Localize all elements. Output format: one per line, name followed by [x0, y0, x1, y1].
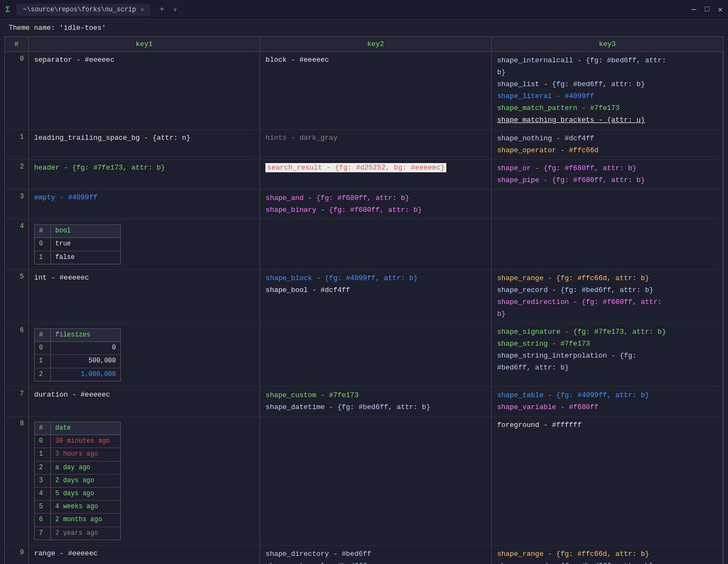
date-mini-table: # date 0 30 minutes ago 1 3 hours ago 2 … — [34, 422, 121, 540]
col-key2: key2 — [260, 37, 491, 51]
cell-0-k2-text: block - #eeeeec — [265, 56, 329, 64]
date-r4-val: 5 days ago — [51, 488, 120, 500]
k3-operator: shape_operator - #ffc66d — [497, 145, 717, 157]
cell-2-k2: search_result - {fg: #d25252, bg: #eeeee… — [260, 160, 491, 190]
bool-row-1-num: 1 — [35, 251, 51, 264]
date-r1-val: 3 hours ago — [51, 448, 120, 461]
cell-2-k1: header - {fg: #7fe173, attr: b} — [29, 160, 260, 190]
date-table-header: # date — [35, 422, 120, 435]
k3-shape-variable: shape_variable - #f680ff — [497, 401, 717, 413]
date-col-label: date — [51, 422, 120, 435]
tabs-dropdown-button[interactable]: ∨ — [173, 5, 177, 14]
fs-row-2-val: 1,000,000 — [51, 368, 120, 381]
bool-mini-table: # bool 0 true 1 false — [34, 224, 121, 264]
bool-row-0-val: true — [51, 238, 120, 250]
row-num-7: 7 — [5, 387, 29, 417]
date-row-1: 1 3 hours ago — [35, 448, 120, 461]
date-row-6: 6 2 months ago — [35, 514, 120, 527]
cell-5-k3: shape_range - {fg: #ffc66d, attr: b} sha… — [492, 270, 723, 323]
new-tab-button[interactable]: + — [155, 5, 169, 15]
k3-foreground: foreground - #ffffff — [497, 419, 717, 431]
row-num-0: 0 — [5, 52, 29, 130]
bool-table-header: # bool — [35, 225, 120, 238]
date-r0-val: 30 minutes ago — [51, 435, 120, 448]
k3-shape-pipe: shape_pipe - {fg: #f680ff, attr: b} — [497, 174, 717, 186]
k3-shape-str-interp-1: shape_string_interpolation - {fg: — [497, 350, 717, 362]
cell-2-k3: shape_or - {fg: #f680ff, attr: b} shape_… — [492, 160, 723, 190]
k3-shape-list: shape_list - {fg: #bed6ff, attr: b} — [497, 79, 717, 90]
cell-8-k3: foreground - #ffffff — [492, 417, 723, 546]
col-key1: key1 — [29, 37, 260, 51]
bool-row-1: 1 false — [35, 251, 120, 264]
titlebar: Σ ~\source\repos\forks\nu_scrip ✕ + ∨ — … — [0, 0, 728, 20]
k3-shape-table: shape_table - {fg: #4099ff, attr: b} — [497, 390, 717, 401]
cell-8-k2 — [260, 417, 491, 546]
cell-0-k2: block - #eeeeec — [260, 52, 491, 130]
k3-shape-match-pattern: shape_match_pattern - #7fe173 — [497, 102, 717, 114]
row-num-5: 5 — [5, 270, 29, 323]
cell-9-k1-text: range - #eeeeec — [34, 549, 98, 557]
cell-5-k1: int - #eeeeec — [29, 270, 260, 323]
cell-5-k1-text: int - #eeeeec — [34, 274, 89, 282]
cell-0-k3: shape_internalcall - {fg: #bed6ff, attr:… — [492, 52, 723, 130]
bool-col-hash: # — [35, 225, 51, 237]
cell-9-k3: shape_range - {fg: #ffc66d, attr: b} sha… — [492, 546, 723, 564]
date-r3-num: 3 — [35, 475, 51, 487]
row-num-2: 2 — [5, 160, 29, 190]
date-r4-num: 4 — [35, 488, 51, 500]
cell-1-k3: shape_nothing - #dcf4ff shape_operator -… — [492, 130, 723, 160]
close-window-button[interactable]: ✕ — [718, 5, 723, 14]
cell-1-k2: hints - dark_gray — [260, 130, 491, 160]
date-r5-num: 5 — [35, 501, 51, 513]
k3-shape-internalcall: shape_internalcall - {fg: #bed6ff, attr: — [497, 55, 717, 67]
k3-shape-range2: shape_range - {fg: #ffc66d, attr: b} — [497, 548, 717, 560]
cell-7-k3: shape_table - {fg: #4099ff, attr: b} sha… — [492, 387, 723, 417]
date-r6-val: 2 months ago — [51, 514, 120, 526]
date-r2-num: 2 — [35, 462, 51, 474]
cell-1-k1: leading_trailing_space_bg - {attr: n} — [29, 130, 260, 160]
fs-row-2-num: 2 — [35, 368, 51, 381]
date-r0-num: 0 — [35, 435, 51, 448]
filesizes-row-1: 1 500,000 — [35, 355, 120, 368]
fs-row-1-val: 500,000 — [51, 355, 120, 367]
cell-7-k2: shape_custom - #7fe173 shape_datetime - … — [260, 387, 491, 417]
row-num-6: 6 — [5, 323, 29, 387]
k3-shape-signature: shape_signature - {fg: #7fe173, attr: b} — [497, 326, 717, 338]
filesizes-table-header: # filesizes — [35, 329, 120, 342]
cell-6-k3: shape_signature - {fg: #7fe173, attr: b}… — [492, 323, 723, 387]
k2-shape-directory: shape_directory - #bed6ff — [265, 548, 485, 560]
k2-shape-bool: shape_bool - #dcf4ff — [265, 284, 485, 296]
col-hash: # — [5, 37, 29, 51]
date-r1-num: 1 — [35, 448, 51, 461]
k3-shape-string: shape_string - #7fe173 — [497, 338, 717, 350]
k3-b1: b} — [497, 67, 717, 79]
k2-shape-datetime: shape_datetime - {fg: #bed6ff, attr: b} — [265, 401, 485, 413]
table-body: 0 separator - #eeeeec block - #eeeeec sh… — [5, 52, 723, 564]
bool-col-bool: bool — [51, 225, 120, 237]
cell-0-k1: separator - #eeeeec — [29, 52, 260, 130]
search-result-highlight: search_result - {fg: #d25252, bg: #eeeee… — [265, 163, 446, 172]
row-num-8: 8 — [5, 417, 29, 546]
filesizes-row-2: 2 1,000,000 — [35, 368, 120, 381]
minimize-button[interactable]: — — [692, 5, 696, 14]
cell-1-k1-text: leading_trailing_space_bg - {attr: n} — [34, 134, 191, 142]
cell-2-k1-text: header - {fg: #7fe173, attr: b} — [34, 164, 165, 172]
restore-button[interactable]: □ — [705, 5, 709, 14]
date-r2-val: a day ago — [51, 462, 120, 474]
cell-6-k2 — [260, 323, 491, 387]
bool-row-0-num: 0 — [35, 238, 51, 250]
date-r3-val: 2 days ago — [51, 475, 120, 487]
cell-6-k1: # filesizes 0 0 1 500,000 2 1,000,000 — [29, 323, 260, 387]
table-header-row: # key1 key2 key3 — [5, 37, 723, 52]
window-controls: — □ ✕ — [692, 5, 723, 14]
date-row-3: 3 2 days ago — [35, 475, 120, 488]
date-r5-val: 4 weeks ago — [51, 501, 120, 513]
cell-7-k1: duration - #eeeeec — [29, 387, 260, 417]
k3-shape-record: shape_record - {fg: #bed6ff, attr: b} — [497, 284, 717, 296]
cell-0-k1-text: separator - #eeeeec — [34, 56, 114, 64]
theme-name-text: Theme name: 'idle-toes' — [9, 24, 106, 32]
tab-close-button[interactable]: ✕ — [140, 6, 144, 13]
tab[interactable]: ~\source\repos\forks\nu_scrip ✕ — [16, 4, 150, 16]
cell-4-k3 — [492, 219, 723, 270]
fs-row-0-num: 0 — [35, 342, 51, 354]
